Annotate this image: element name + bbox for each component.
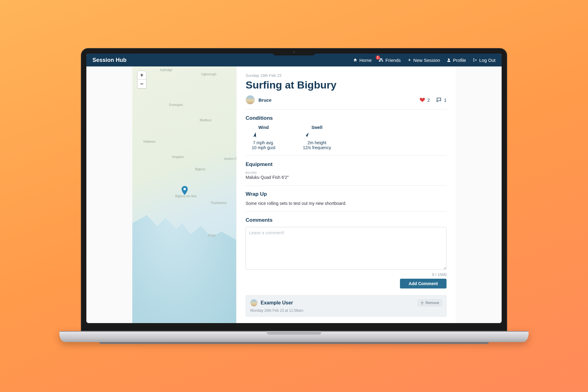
swell-condition: Swell 2m height 12/s frequency <box>303 125 331 150</box>
map-sea <box>132 184 236 323</box>
comments-heading: Comments <box>246 217 447 223</box>
map-label: Ermington <box>169 103 183 107</box>
author-avatar <box>246 95 255 104</box>
laptop-base <box>59 331 529 342</box>
map-label: Ugborough <box>201 73 216 76</box>
map-pin-icon <box>181 186 188 195</box>
user-icon <box>447 58 451 62</box>
heart-icon <box>419 97 425 103</box>
comment-author[interactable]: Example User <box>250 299 293 307</box>
nav-logout[interactable]: Log Out <box>473 58 496 63</box>
byline[interactable]: Bruce <box>246 95 272 104</box>
nav-profile-label: Profile <box>453 58 466 63</box>
nav-new-session-label: New Session <box>413 58 440 63</box>
gutter-right <box>456 66 502 323</box>
wind-avg: 7 mph avg. <box>252 140 275 145</box>
comment-avatar <box>250 299 258 307</box>
map-label: Aveton C <box>224 157 237 160</box>
like-button[interactable]: 2 <box>419 97 430 103</box>
zoom-out-button[interactable]: − <box>138 80 146 88</box>
nav-profile[interactable]: Profile <box>447 58 466 63</box>
author-name: Bruce <box>258 97 272 103</box>
section-comments: Comments 0 / 1500 Add Comment Example Us… <box>246 212 447 322</box>
nav-friends[interactable]: 1 Friends <box>379 58 401 63</box>
remove-comment-button[interactable]: Remove <box>418 300 442 306</box>
laptop-foot <box>99 342 489 344</box>
home-icon <box>353 58 357 62</box>
wind-arrow-icon <box>252 132 275 138</box>
swell-arrow-icon <box>303 132 331 138</box>
map-label: Thurlestone <box>210 201 227 205</box>
zoom-control: + − <box>137 71 146 89</box>
map-label: Modbury <box>200 119 212 122</box>
equipment-heading: Equipment <box>246 161 447 168</box>
logout-icon <box>473 58 477 62</box>
comments-count: 1 <box>444 97 447 103</box>
map-label: Holbeton <box>143 140 156 143</box>
remove-label: Remove <box>425 301 439 305</box>
gutter-left <box>86 66 132 323</box>
map-label: Kingston <box>172 155 184 159</box>
nav-home[interactable]: Home <box>353 58 372 63</box>
comment-time: Monday 20th Feb 23 at 11:58am <box>250 308 442 313</box>
trash-icon <box>420 301 424 305</box>
navbar: Session Hub Home 1 Friends <box>86 54 502 66</box>
map-label: Ivybridge <box>160 68 172 72</box>
wind-condition: Wind 7 mph avg. 10 mph gust <box>252 125 275 150</box>
comment-author-name: Example User <box>261 300 293 306</box>
brand[interactable]: Session Hub <box>92 57 126 63</box>
wind-gust: 10 mph gust <box>252 145 275 150</box>
swell-label: Swell <box>303 125 331 130</box>
content: Sunday 19th Feb 23 Surfing at Bigbury Br… <box>236 66 456 323</box>
section-wrapup: Wrap Up Some nice rolling sets to test o… <box>246 186 447 212</box>
swell-height: 2m height <box>303 140 331 145</box>
wind-label: Wind <box>252 125 275 130</box>
comment-counter: 0 / 1500 <box>246 272 447 277</box>
friends-badge: 1 <box>376 55 380 60</box>
session-date: Sunday 19th Feb 23 <box>246 73 447 78</box>
wrapup-text: Some nice rolling sets to test out my ne… <box>246 201 447 206</box>
comment-card: Example User Remove Monday 20th Feb 23 a… <box>246 295 447 317</box>
svg-point-0 <box>183 188 186 190</box>
nav-friends-label: Friends <box>386 58 401 63</box>
byline-row: Bruce 2 <box>246 95 447 110</box>
section-conditions: Conditions Wind 7 mph avg. 10 mph gust <box>246 110 447 156</box>
session-title: Surfing at Bigbury <box>246 79 447 91</box>
comment-input[interactable] <box>246 227 447 270</box>
swell-frequency: 12/s frequency <box>303 145 331 150</box>
nav-new-session[interactable]: New Session <box>408 58 440 63</box>
like-count: 2 <box>427 97 430 103</box>
map[interactable]: + − Ivybridge Ugborough Ermington Modbur… <box>132 66 236 323</box>
conditions-heading: Conditions <box>246 115 447 121</box>
page-body: + − Ivybridge Ugborough Ermington Modbur… <box>86 66 502 323</box>
wrapup-heading: Wrap Up <box>246 191 447 197</box>
map-label: Hope <box>208 234 216 237</box>
screen-bezel: Session Hub Home 1 Friends <box>81 48 507 331</box>
stats: 2 1 <box>419 97 447 103</box>
add-comment-button[interactable]: Add Comment <box>400 279 447 288</box>
screen: Session Hub Home 1 Friends <box>86 54 502 323</box>
map-label: Bigbury <box>195 168 205 171</box>
comments-button[interactable]: 1 <box>435 97 447 103</box>
section-equipment: Equipment BOARD Maluku Quad Fish 6'2" <box>246 156 447 186</box>
nav-home-label: Home <box>360 58 372 63</box>
comment-icon <box>435 97 442 103</box>
equipment-board-value: Maluku Quad Fish 6'2" <box>246 175 447 180</box>
equipment-board-label: BOARD <box>246 171 447 174</box>
nav-logout-label: Log Out <box>479 58 496 63</box>
laptop-mockup: Session Hub Home 1 Friends <box>81 48 507 344</box>
plus-icon <box>408 58 411 62</box>
notch <box>273 49 315 55</box>
zoom-in-button[interactable]: + <box>138 71 146 80</box>
